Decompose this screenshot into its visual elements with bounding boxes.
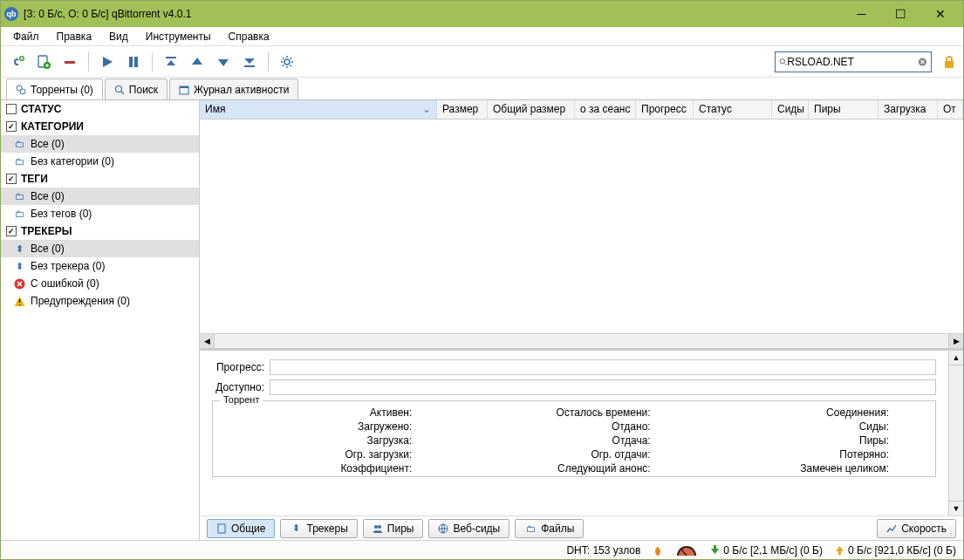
toolbar: [1, 46, 963, 78]
folder-icon: 🗀: [13, 208, 25, 220]
globe-icon: [438, 523, 448, 534]
dtab-files[interactable]: 🗀Файлы: [515, 519, 584, 538]
svg-rect-7: [244, 65, 255, 67]
move-top-button[interactable]: [160, 51, 182, 73]
col-download[interactable]: Загрузка: [879, 100, 938, 119]
scroll-down-icon[interactable]: ▼: [949, 501, 963, 516]
sidebar-tag-none[interactable]: 🗀Без тегов (0): [1, 205, 199, 222]
sidebar-tags-header[interactable]: ✓ТЕГИ: [1, 170, 199, 188]
sidebar-trk-none[interactable]: ⬍Без трекера (0): [1, 257, 199, 275]
status-dht[interactable]: DHT: 153 узлов: [566, 544, 640, 557]
torrent-table-body[interactable]: [200, 120, 963, 333]
clear-search-icon[interactable]: [918, 56, 927, 68]
label-reannounce: Следующий анонс:: [460, 462, 653, 475]
dtab-trackers[interactable]: ⬍Трекеры: [280, 519, 357, 538]
sidebar-categories-header[interactable]: ✓КАТЕГОРИИ: [1, 118, 199, 135]
col-status[interactable]: Статус: [694, 100, 772, 119]
label-uploaded: Отдано:: [460, 420, 653, 433]
up-arrow-icon: [835, 545, 844, 555]
col-session[interactable]: о за сеанс: [575, 100, 636, 119]
tracker-icon: ⬍: [13, 260, 25, 272]
dtab-webseeds[interactable]: Веб-сиды: [428, 519, 509, 538]
minimize-button[interactable]: ─: [842, 2, 881, 26]
sidebar-status-header[interactable]: СТАТУС: [1, 100, 199, 118]
down-arrow-icon: [710, 545, 720, 555]
svg-point-20: [378, 525, 381, 529]
svg-rect-16: [180, 86, 188, 88]
lock-button[interactable]: [940, 53, 958, 71]
dtab-speed[interactable]: Скорость: [877, 519, 956, 538]
search-input[interactable]: [787, 56, 918, 68]
sidebar-cat-all[interactable]: 🗀Все (0): [1, 135, 199, 153]
col-peers[interactable]: Пиры: [809, 100, 879, 119]
scroll-up-icon[interactable]: ▲: [949, 351, 963, 365]
col-totalsize[interactable]: Общий размер: [488, 100, 575, 119]
sidebar-trk-all[interactable]: ⬍Все (0): [1, 240, 199, 257]
move-down-button[interactable]: [212, 51, 235, 73]
scroll-track[interactable]: [949, 365, 963, 501]
maximize-button[interactable]: ☐: [881, 2, 920, 26]
status-speedometer[interactable]: [675, 544, 698, 557]
label-seeds: Сиды:: [699, 420, 892, 433]
svg-point-9: [780, 58, 784, 63]
sidebar-trk-error[interactable]: С ошибкой (0): [1, 275, 199, 292]
sort-indicator-icon: ⌄: [422, 103, 431, 116]
menu-file[interactable]: Файл: [4, 29, 48, 44]
document-icon: [216, 523, 227, 534]
col-upload[interactable]: От: [938, 100, 963, 119]
search-icon: [114, 85, 125, 95]
horizontal-scrollbar[interactable]: ◀ ▶: [200, 333, 963, 348]
close-button[interactable]: ✕: [920, 2, 960, 26]
svg-point-8: [284, 59, 290, 65]
resume-button[interactable]: [96, 51, 119, 73]
tracker-icon: ⬍: [290, 522, 302, 535]
scroll-left-icon[interactable]: ◀: [200, 334, 215, 348]
tab-torrents[interactable]: Торренты (0): [6, 79, 103, 99]
add-link-button[interactable]: [6, 51, 29, 73]
status-upload[interactable]: 0 Б/с [921,0 КБ/с] (0 Б): [835, 544, 956, 557]
app-logo-icon: qb: [4, 7, 18, 21]
available-bar: [270, 379, 936, 395]
add-file-button[interactable]: [32, 51, 55, 73]
sidebar-trk-warn[interactable]: Предупреждения (0): [1, 292, 199, 310]
warning-icon: [13, 295, 25, 307]
scroll-track[interactable]: [215, 334, 948, 348]
col-progress[interactable]: Прогресс: [636, 100, 694, 119]
sidebar: СТАТУС ✓КАТЕГОРИИ 🗀Все (0) 🗀Без категори…: [1, 100, 200, 540]
col-size[interactable]: Размер: [437, 100, 488, 119]
dtab-peers[interactable]: Пиры: [363, 519, 424, 538]
dtab-general[interactable]: Общие: [207, 519, 275, 538]
col-name[interactable]: Имя⌄: [200, 100, 437, 119]
details-vertical-scrollbar[interactable]: ▲ ▼: [948, 351, 963, 516]
status-firewall[interactable]: [653, 544, 663, 557]
sidebar-trackers-header[interactable]: ✓ТРЕКЕРЫ: [1, 222, 199, 240]
settings-button[interactable]: [276, 51, 298, 73]
svg-rect-5: [134, 57, 138, 67]
label-wasted: Потеряно:: [699, 448, 892, 461]
move-up-button[interactable]: [186, 51, 209, 73]
move-bottom-button[interactable]: [238, 51, 261, 73]
menu-edit[interactable]: Правка: [48, 29, 101, 44]
tab-log[interactable]: Журнал активности: [169, 79, 298, 99]
label-peers: Пиры:: [699, 434, 892, 447]
search-box[interactable]: [775, 51, 932, 72]
scroll-right-icon[interactable]: ▶: [948, 334, 963, 348]
menu-help[interactable]: Справка: [220, 29, 278, 44]
flame-icon: [653, 544, 663, 557]
sidebar-cat-none[interactable]: 🗀Без категории (0): [1, 153, 199, 170]
status-download[interactable]: 0 Б/с [2,1 МБ/с] (0 Б): [710, 544, 823, 557]
label-downloaded: Загружено:: [222, 420, 414, 433]
menu-tools[interactable]: Инструменты: [137, 29, 220, 44]
delete-button[interactable]: [58, 51, 81, 73]
menu-view[interactable]: Вид: [100, 29, 137, 44]
svg-rect-11: [945, 61, 954, 68]
tab-search[interactable]: Поиск: [105, 79, 168, 99]
col-seeds[interactable]: Сиды: [772, 100, 809, 119]
label-active: Активен:: [222, 406, 414, 419]
pause-button[interactable]: [122, 51, 145, 73]
folder-icon: 🗀: [13, 155, 25, 167]
details-panel: Прогресс: Доступно: Торрент Активен: Ост…: [200, 348, 963, 516]
sidebar-tag-all[interactable]: 🗀Все (0): [1, 188, 199, 205]
label-uplimit: Огр. отдачи:: [460, 448, 653, 461]
label-available: Доступно:: [212, 381, 270, 393]
